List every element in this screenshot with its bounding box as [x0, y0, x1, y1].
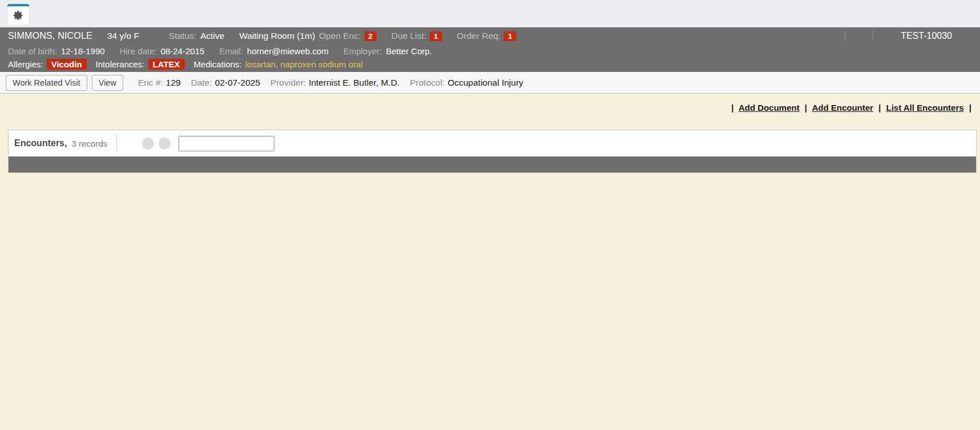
encounter-bar: Work Related Visit View Enc #: 129 Date:… — [0, 72, 980, 94]
lock-perspective-icon[interactable] — [322, 137, 335, 150]
grid-toolbar: Encounters, 3 records — [9, 130, 976, 156]
demographics-bar: Date of birth: 12-18-1990 Hire date: 08-… — [0, 45, 980, 58]
add-user-icon[interactable] — [853, 30, 865, 42]
waiting-room: Waiting Room (1m) — [239, 31, 315, 41]
grid-title: Encounters, — [12, 137, 69, 150]
patient-id: TEST-10030 — [901, 31, 952, 41]
patient-header-bar: SIMMONS, NICOLE 34 y/o F Status: Active … — [0, 27, 980, 45]
protocol-label: Protocol: — [410, 78, 444, 88]
open-enc-badge[interactable]: 2 — [365, 31, 377, 41]
enc-date-label: Date: — [191, 78, 212, 88]
divider — [873, 31, 873, 41]
hire-date-value: 08-24-2015 — [161, 46, 205, 56]
add-encounter-link[interactable]: Add Encounter — [812, 103, 873, 112]
enc-number-value: 129 — [166, 78, 181, 88]
encounters-panel: Encounters, 3 records — [8, 130, 977, 173]
employer-label: Employer: — [343, 46, 382, 56]
delete-perspective-trash-icon[interactable] — [303, 137, 315, 150]
status-label: Status: — [169, 31, 196, 41]
dob-value: 12-18-1990 — [61, 46, 105, 56]
flowsheet-chart-icon[interactable] — [959, 30, 972, 42]
order-req-label: Order Req: — [457, 31, 501, 41]
video-camera-icon[interactable] — [825, 30, 837, 42]
medications-value[interactable]: losartan, naproxen sodium oral — [245, 59, 363, 69]
order-req-badge[interactable]: 1 — [504, 31, 516, 41]
pipe-separator: | — [878, 103, 881, 112]
intolerances-label: Intolerances: — [96, 59, 145, 69]
divider — [845, 31, 845, 41]
email-label: Email: — [219, 46, 243, 56]
hire-date-label: Hire date: — [120, 46, 157, 56]
collapse-chevron-down-icon[interactable] — [950, 137, 962, 150]
due-list-label: Due List: — [391, 31, 426, 41]
intolerance-badge[interactable]: LATEX — [148, 59, 185, 70]
patient-name: SIMMONS, NICOLE — [8, 31, 92, 41]
protocol-value: Occupational Injury — [448, 78, 524, 88]
allergies-bar: Allergies: Vicodin Intolerances: LATEX M… — [0, 58, 980, 72]
open-enc-label: Open Enc: — [319, 31, 361, 41]
grid-settings-gear-icon[interactable] — [926, 137, 939, 150]
new-document-icon[interactable] — [880, 137, 892, 150]
dob-label: Date of birth: — [8, 46, 57, 56]
email-value: horner@mieweb.com — [247, 46, 329, 56]
next-page-button[interactable] — [159, 138, 171, 150]
pipe-separator: | — [805, 103, 807, 112]
due-list-badge[interactable]: 1 — [430, 31, 442, 41]
medications-label: Medications: — [194, 59, 242, 69]
status-value: Active — [200, 31, 224, 41]
previous-page-button[interactable] — [142, 138, 154, 150]
action-links-row: | Add Document | Add Encounter | List Al… — [0, 94, 980, 112]
table-header-row — [9, 156, 976, 172]
allergies-label: Allergies: — [8, 59, 43, 69]
pipe-separator: | — [731, 103, 734, 112]
gears-icon — [13, 10, 24, 21]
edit-perspective-pencil-icon[interactable] — [284, 137, 296, 150]
list-all-encounters-link[interactable]: List All Encounters — [886, 103, 963, 112]
lightning-icon[interactable] — [881, 30, 893, 42]
provider-label: Provider: — [270, 78, 306, 88]
provider-value: Internist E. Butler, M.D. — [309, 78, 399, 88]
undo-icon[interactable] — [125, 137, 137, 150]
tab-bar — [0, 0, 980, 27]
tab-settings-button[interactable] — [7, 4, 30, 25]
perspective-select[interactable] — [179, 136, 274, 151]
employer-value: Better Corp. — [386, 46, 432, 56]
view-button[interactable]: View — [92, 75, 123, 91]
enc-number-label: Enc #: — [138, 78, 163, 88]
refresh-icon[interactable] — [903, 137, 916, 150]
allergy-badge[interactable]: Vicodin — [47, 59, 87, 70]
grid-record-count: 3 records — [71, 139, 107, 148]
pipe-separator: | — [969, 103, 971, 112]
patient-age-sex: 34 y/o F — [107, 31, 139, 41]
divider — [116, 135, 117, 152]
work-related-visit-button[interactable]: Work Related Visit — [6, 75, 87, 91]
enc-date-value: 02-07-2025 — [215, 78, 260, 88]
add-document-link[interactable]: Add Document — [739, 103, 800, 112]
